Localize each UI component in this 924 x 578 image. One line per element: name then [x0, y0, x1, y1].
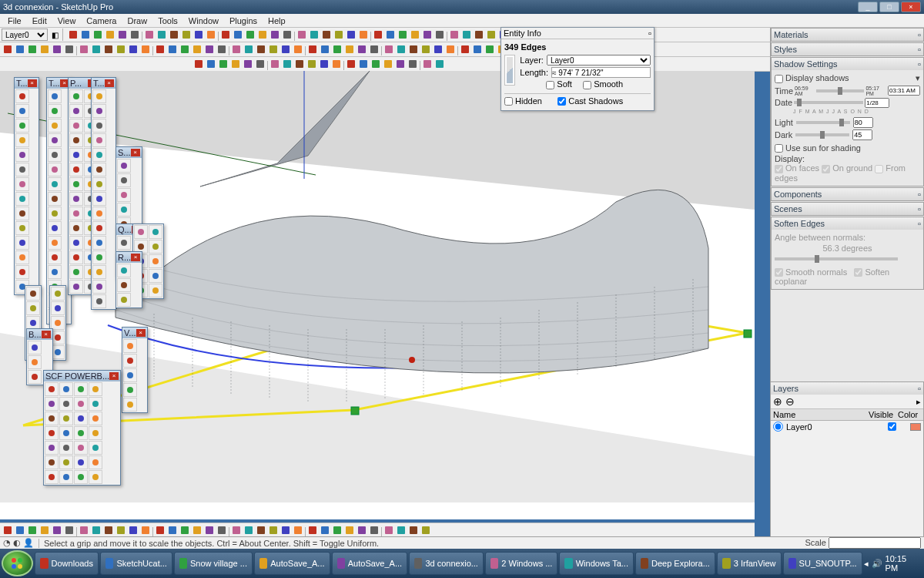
palette-tool-icon[interactable] — [117, 159, 131, 173]
palette-tool-icon[interactable] — [69, 163, 83, 176]
hidden-checkbox[interactable]: Hidden — [504, 96, 542, 106]
palette-tool-icon[interactable] — [123, 339, 137, 353]
layer-visible-checkbox[interactable] — [888, 422, 896, 431]
tray-icon[interactable]: 🔊 — [872, 559, 882, 569]
toolbar1-icon-3[interactable] — [104, 29, 116, 41]
toolbar1-icon-10[interactable] — [192, 29, 205, 41]
toolbar2-icon-22[interactable] — [280, 43, 292, 55]
scenes-section[interactable]: Scenes▫ — [772, 203, 923, 215]
toolbar1-icon-23[interactable] — [357, 29, 370, 41]
toolbar1-icon-12[interactable] — [219, 29, 232, 41]
palette-tool-icon[interactable] — [74, 397, 88, 411]
toolbar1-icon-27[interactable] — [409, 29, 421, 41]
toolbar2-icon-34[interactable] — [432, 43, 444, 55]
soften-edges-section[interactable]: Soften Edges▫ — [772, 217, 923, 230]
task-button-2[interactable]: Snow village ... — [174, 552, 253, 575]
toolbar2-icon-26[interactable] — [331, 43, 343, 55]
palette-tool-icon[interactable] — [59, 426, 73, 440]
palette-tool-icon[interactable] — [15, 104, 29, 118]
palette-tool-icon[interactable] — [117, 188, 131, 202]
palette-tool-icon[interactable] — [45, 426, 59, 440]
palette-tool-icon[interactable] — [117, 278, 131, 292]
status-icon-2[interactable]: ◐ — [13, 538, 21, 548]
palette-tool-icon[interactable] — [89, 455, 102, 469]
palette-tool-icon[interactable] — [123, 354, 137, 368]
palette-tool-icon[interactable] — [123, 368, 137, 382]
palette-tool-icon[interactable] — [149, 240, 162, 254]
styles-section[interactable]: Styles▫ — [772, 43, 923, 55]
toolbar2-icon-19[interactable] — [243, 43, 255, 55]
menu-draw[interactable]: Draw — [122, 15, 152, 26]
palette-tool-icon[interactable] — [89, 426, 102, 440]
task-button-6[interactable]: 2 Windows ... — [485, 552, 557, 575]
task-button-10[interactable]: SU_SNOUTP... — [783, 552, 862, 575]
palette-tool-icon[interactable] — [92, 148, 106, 162]
shadow-settings-section[interactable]: Shadow Settings▫ — [772, 58, 923, 70]
layers-color-header[interactable]: Color — [898, 410, 921, 419]
palette-tool-icon[interactable] — [117, 264, 131, 277]
toolbar2-icon-30[interactable] — [383, 43, 395, 55]
menu-tools[interactable]: Tools — [153, 15, 182, 26]
palette-tool-icon[interactable] — [15, 250, 29, 264]
palette-tool-icon[interactable] — [92, 163, 106, 176]
palette-tool-icon[interactable] — [51, 316, 65, 330]
palette-tool-icon[interactable] — [69, 148, 83, 162]
palette-tool-icon[interactable] — [48, 133, 62, 147]
palette-close-icon[interactable]: × — [105, 79, 114, 87]
btoolbar1-icon-6[interactable] — [78, 524, 90, 536]
scale-input[interactable] — [829, 537, 921, 549]
toolbar1-icon-21[interactable] — [333, 29, 345, 41]
status-icon-3[interactable]: 👤 — [23, 538, 34, 548]
tool-palette-0[interactable]: T...× — [14, 77, 39, 295]
close-button[interactable]: × — [901, 2, 921, 12]
menu-edit[interactable]: Edit — [28, 15, 52, 26]
palette-tool-icon[interactable] — [123, 398, 137, 412]
btoolbar1-icon-31[interactable] — [395, 524, 407, 536]
btoolbar1-icon-15[interactable] — [191, 524, 203, 536]
palette-tool-icon[interactable] — [59, 412, 73, 425]
toolbar1-icon-4[interactable] — [116, 29, 129, 41]
add-layer-icon[interactable]: ⊕ — [773, 395, 782, 408]
task-button-9[interactable]: 3 IrfanView — [717, 552, 782, 575]
toolbar3-icon-9[interactable] — [306, 58, 318, 70]
layers-name-header[interactable]: Name — [773, 410, 865, 419]
btoolbar1-icon-24[interactable] — [306, 524, 319, 536]
btoolbar1-icon-30[interactable] — [383, 524, 395, 536]
toolbar2-icon-13[interactable] — [166, 43, 179, 55]
menu-plugins[interactable]: Plugins — [225, 15, 262, 26]
palette-tool-icon[interactable] — [48, 104, 62, 118]
toolbar2-icon-11[interactable] — [139, 43, 152, 55]
palette-tool-icon[interactable] — [149, 225, 162, 239]
btoolbar1-icon-10[interactable] — [127, 524, 139, 536]
toolbar1-icon-6[interactable] — [143, 29, 156, 41]
toolbar2-icon-37[interactable] — [471, 43, 484, 55]
palette-tool-icon[interactable] — [74, 470, 88, 484]
date-slider[interactable] — [794, 101, 863, 104]
system-tray[interactable]: ◂ 🔊 10:15 PM — [864, 554, 922, 573]
palette-tool-icon[interactable] — [69, 265, 83, 279]
toolbar1-icon-31[interactable] — [460, 29, 473, 41]
palette-tool-icon[interactable] — [45, 382, 59, 396]
toolbar2-icon-10[interactable] — [127, 43, 139, 55]
toolbar2-icon-31[interactable] — [395, 43, 407, 55]
palette-tool-icon[interactable] — [92, 104, 106, 118]
toolbar1-icon-26[interactable] — [397, 29, 409, 41]
layer-color-icon[interactable]: ◧ — [49, 29, 61, 41]
palette-title[interactable]: R...× — [116, 252, 142, 263]
palette-tool-icon[interactable] — [74, 455, 88, 469]
toolbar1-icon-5[interactable] — [129, 29, 141, 41]
palette-tool-icon[interactable] — [74, 412, 88, 425]
palette-tool-icon[interactable] — [26, 287, 40, 301]
toolbar2-icon-17[interactable] — [216, 43, 228, 55]
palette-tool-icon[interactable] — [69, 236, 83, 250]
palette-tool-icon[interactable] — [92, 265, 106, 279]
palette-tool-icon[interactable] — [69, 89, 83, 103]
palette-tool-icon[interactable] — [59, 397, 73, 411]
toolbar1-icon-7[interactable] — [156, 29, 168, 41]
palette-tool-icon[interactable] — [89, 412, 102, 425]
btoolbar1-icon-14[interactable] — [179, 524, 191, 536]
toolbar2-icon-32[interactable] — [407, 43, 420, 55]
smooth-checkbox[interactable]: Smooth — [583, 79, 623, 89]
palette-tool-icon[interactable] — [117, 236, 131, 250]
btoolbar1-icon-7[interactable] — [90, 524, 102, 536]
